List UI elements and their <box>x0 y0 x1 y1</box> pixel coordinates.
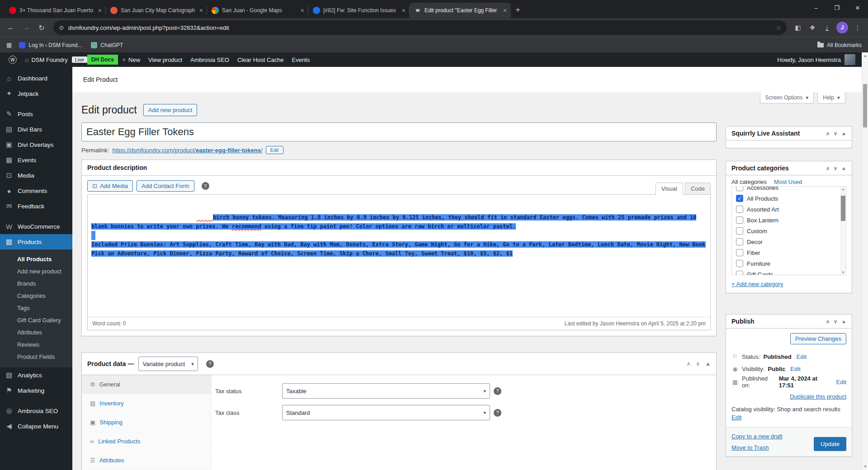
scrollbar-thumb[interactable] <box>863 84 867 127</box>
scroll-up-icon[interactable]: ▲ <box>862 54 868 58</box>
category-item[interactable]: Gift Cards <box>736 269 846 275</box>
bookmark-star-icon[interactable]: ☆ <box>776 24 781 31</box>
description-editor[interactable]: birch bunny tokens. Measuring 1.8 inches… <box>88 195 710 317</box>
tab-linked-products[interactable]: ∞Linked Products <box>82 432 211 451</box>
preview-changes-button[interactable]: Preview Changes <box>790 333 846 344</box>
checkbox[interactable] <box>736 227 743 235</box>
tab-attributes[interactable]: ☰Attributes <box>82 451 211 470</box>
clear-host-cache-link[interactable]: Clear Host Cache <box>233 52 288 67</box>
category-checklist[interactable]: Accessories ✓All Products Assorted Art B… <box>731 186 846 275</box>
user-avatar[interactable] <box>844 54 855 65</box>
code-tab[interactable]: Code <box>685 183 711 194</box>
browser-tab[interactable]: San Juan City Map Cartograph × <box>106 3 207 18</box>
all-bookmarks-button[interactable]: All Bookmarks <box>817 42 863 48</box>
sidebar-item-collapse-menu[interactable]: ◀Collapse Menu <box>0 418 72 434</box>
profile-avatar[interactable]: J <box>836 22 848 33</box>
apps-grid-icon[interactable]: ▦ <box>5 42 14 48</box>
category-item[interactable]: ✓All Products <box>736 193 846 204</box>
sidebar-item-ambrosia-seo[interactable]: ◎Ambrosia SEO <box>0 403 72 418</box>
help-tip-icon[interactable]: ? <box>202 182 209 190</box>
category-item[interactable]: Custom <box>736 226 846 236</box>
scroll-down-icon[interactable]: ▼ <box>862 465 868 469</box>
downloads-icon[interactable]: ↓ <box>820 21 834 34</box>
submenu-brands[interactable]: Brands <box>0 277 72 290</box>
move-down-icon[interactable]: ∨ <box>696 361 700 367</box>
tab-general[interactable]: ⚙General <box>82 375 211 394</box>
howdy-account-menu[interactable]: Howdy, Jason Heemstra <box>777 56 841 63</box>
sidebar-item-feedback[interactable]: ✉Feedback <box>0 198 72 214</box>
toggle-panel-icon[interactable]: ▲ <box>841 319 846 324</box>
events-menu[interactable]: Events <box>288 52 314 67</box>
edit-catalog-visibility-link[interactable]: Edit <box>731 414 741 421</box>
move-up-icon[interactable]: ∧ <box>826 319 830 324</box>
help-tip-icon[interactable]: ? <box>494 387 501 395</box>
address-bar[interactable]: ⚙ dsmfoundry.com/wp-admin/post.php?post=… <box>53 20 787 35</box>
tab-close-icon[interactable]: × <box>299 7 306 14</box>
sidebar-item-divi-bars[interactable]: ▤Divi Bars <box>0 122 72 137</box>
category-item[interactable]: Fiber <box>736 247 846 258</box>
minimize-button[interactable]: – <box>806 0 826 15</box>
toggle-panel-icon[interactable]: ▲ <box>705 361 711 367</box>
browser-tab-active[interactable]: W Edit product "Easter Egg Filler T × <box>410 3 511 18</box>
edit-permalink-button[interactable]: Edit <box>266 146 283 154</box>
move-to-trash-link[interactable]: Move to Trash <box>731 444 783 451</box>
move-down-icon[interactable]: ∨ <box>834 165 837 171</box>
category-item[interactable]: Assorted Art <box>736 204 846 215</box>
tab-close-icon[interactable]: × <box>97 7 103 14</box>
category-item[interactable]: Box Lantern <box>736 215 846 226</box>
forward-button[interactable]: → <box>19 20 33 35</box>
dh-docs-badge[interactable]: DH Docs <box>87 55 118 65</box>
product-description-header[interactable]: Product description <box>82 160 716 176</box>
tab-shipping[interactable]: ▣Shipping <box>82 413 211 432</box>
maximize-button[interactable]: ❐ <box>826 0 847 15</box>
tab-most-used[interactable]: Most Used <box>774 179 802 185</box>
copy-to-new-draft-link[interactable]: Copy to a new draft <box>731 433 783 440</box>
browser-tab[interactable]: San Juan - Google Maps × <box>207 3 308 18</box>
scroll-up-icon[interactable]: ▲ <box>840 188 846 191</box>
toggle-panel-icon[interactable]: ▲ <box>841 165 846 171</box>
move-up-icon[interactable]: ∧ <box>826 165 830 171</box>
help-tip-icon[interactable]: ? <box>494 409 501 417</box>
tax-class-select[interactable]: Standard ▾ <box>282 405 490 420</box>
site-settings-icon[interactable]: ⚙ <box>59 24 64 31</box>
category-item[interactable]: Accessories <box>736 186 846 193</box>
move-down-icon[interactable]: ∨ <box>834 319 837 324</box>
visual-tab[interactable]: Visual <box>656 183 683 195</box>
reload-button[interactable]: ↻ <box>34 20 49 35</box>
submenu-tags[interactable]: Tags <box>0 302 72 314</box>
toggle-panel-icon[interactable]: ▲ <box>841 131 846 136</box>
bookmark-item[interactable]: ChatGPT <box>87 41 127 50</box>
move-up-icon[interactable]: ∧ <box>826 131 830 136</box>
sidebar-item-events[interactable]: ▦Events <box>0 152 72 168</box>
tab-close-icon[interactable]: × <box>198 7 204 14</box>
screen-options-button[interactable]: Screen Options▾ <box>760 92 814 103</box>
wp-logo[interactable]: W <box>5 52 21 67</box>
extensions-icon[interactable]: ❖ <box>806 21 819 34</box>
browser-tab[interactable]: [#82] Fw: Site Function Issues - × <box>308 3 410 18</box>
move-down-icon[interactable]: ∨ <box>834 131 837 136</box>
submenu-gift-card-gallery[interactable]: Gift Card Gallery <box>0 314 72 326</box>
add-media-button[interactable]: ⊡ Add Media <box>87 180 133 192</box>
bookmark-item[interactable]: Log In ‹ DSM Found... <box>15 41 85 50</box>
add-new-category-link[interactable]: + Add new category <box>731 281 783 287</box>
update-button[interactable]: Update <box>814 437 846 451</box>
edit-published-link[interactable]: Edit <box>836 379 846 385</box>
tab-close-icon[interactable]: × <box>502 7 508 14</box>
sidebar-item-marketing[interactable]: ⚑Marketing <box>0 383 72 398</box>
sidebar-item-dashboard[interactable]: ⌂Dashboard <box>0 70 72 86</box>
submenu-attributes[interactable]: Attributes <box>0 326 72 338</box>
tab-all-categories[interactable]: All categories <box>731 179 767 185</box>
sidebar-item-woocommerce[interactable]: WWooCommerce <box>0 219 72 234</box>
menu-kebab-icon[interactable]: ⋮ <box>851 21 864 34</box>
product-type-select[interactable]: Variable product ▾ <box>138 357 198 371</box>
submenu-categories[interactable]: Categories <box>0 290 72 302</box>
sidebar-item-products[interactable]: ▥Products <box>0 234 72 249</box>
checkbox[interactable] <box>736 216 743 224</box>
ambrosia-seo-menu[interactable]: Ambrosia SEO <box>186 52 233 67</box>
url-text[interactable]: dsmfoundry.com/wp-admin/post.php?post=32… <box>68 24 772 31</box>
close-button[interactable]: ✕ <box>847 0 868 15</box>
checkbox[interactable] <box>736 206 743 213</box>
scrollbar-thumb[interactable] <box>841 196 845 221</box>
add-new-product-button[interactable]: Add new product <box>143 104 198 116</box>
page-scrollbar[interactable]: ▲ ▼ <box>862 52 868 470</box>
